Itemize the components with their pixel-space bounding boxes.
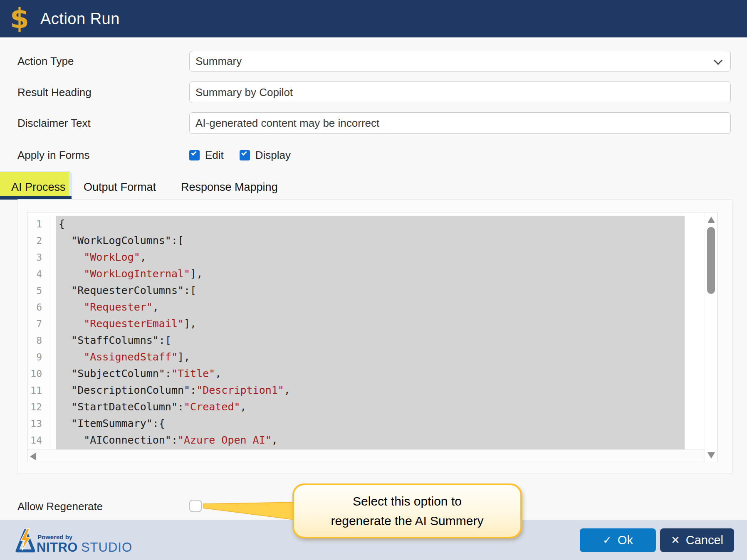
- action-type-label: Action Type: [17, 51, 74, 72]
- code-line: "StartDateColumn":"Created",: [59, 399, 290, 415]
- display-checkbox[interactable]: [240, 150, 250, 160]
- code-line: "ItemSummary":{: [59, 415, 290, 432]
- allow-regenerate-label: Allow Regenerate: [17, 499, 103, 514]
- code-lines[interactable]: { "WorkLogColumns":[ "WorkLog", "WorkLog…: [59, 216, 290, 449]
- callout-text-line2: regenerate the AI Summery: [294, 511, 520, 530]
- dialog-header: $ Action Run: [0, 0, 747, 37]
- allow-regenerate-checkbox[interactable]: [189, 500, 202, 512]
- checkmark-icon: [191, 150, 196, 155]
- vertical-scrollbar-thumb[interactable]: [707, 227, 715, 294]
- code-line: "WorkLog",: [59, 249, 290, 266]
- action-type-select[interactable]: Summary: [189, 51, 731, 72]
- x-icon: ✕: [671, 534, 680, 547]
- action-run-dialog: $ Action Run Action Type Summary Result …: [0, 0, 747, 560]
- code-line: "AIConnection":"Azure Open AI",: [59, 432, 290, 449]
- code-line: "DescriptionColumn":"Description1",: [59, 382, 290, 399]
- code-string-token: "WorkLog": [84, 251, 140, 263]
- horizontal-scrollbar[interactable]: [27, 449, 705, 462]
- line-number: 10: [27, 365, 50, 382]
- brand-nitro: NITRO: [37, 540, 78, 555]
- apply-in-forms-options: Edit Display: [189, 148, 291, 163]
- tab-response-mapping[interactable]: Response Mapping: [181, 180, 278, 195]
- line-number: 14: [27, 432, 50, 449]
- code-token: ],: [178, 351, 190, 363]
- vertical-scrollbar[interactable]: [705, 212, 717, 462]
- scroll-down-icon[interactable]: [707, 452, 715, 459]
- editor-gutter: 1234567891011121314: [27, 216, 50, 449]
- line-number: 3: [27, 249, 50, 266]
- code-string-token: "AssignedStaff": [84, 351, 178, 363]
- callout-text-line1: Select this option to: [294, 491, 520, 511]
- dialog-title: Action Run: [40, 0, 120, 37]
- code-string-token: "Azure Open AI": [178, 434, 272, 446]
- code-token: "StaffColumns":[: [59, 334, 171, 346]
- code-token: "AIConnection":: [59, 434, 178, 446]
- code-token: "RequesterColumns":[: [59, 284, 196, 296]
- code-string-token: "Requester": [84, 301, 153, 313]
- code-token: [59, 301, 84, 313]
- display-checkbox-label: Display: [255, 149, 291, 162]
- code-token: [59, 351, 84, 363]
- result-heading-label: Result Heading: [17, 81, 92, 103]
- line-number: 5: [27, 282, 50, 299]
- code-token: ,: [215, 368, 221, 380]
- tab-output-format[interactable]: Output Format: [84, 180, 156, 195]
- scroll-left-icon[interactable]: [30, 453, 36, 460]
- code-string-token: "Created": [184, 401, 240, 413]
- edit-checkbox[interactable]: [189, 150, 200, 160]
- code-token: ],: [184, 318, 196, 330]
- dollar-icon: $: [10, 2, 29, 35]
- scroll-up-icon[interactable]: [707, 217, 715, 223]
- code-token: [59, 268, 84, 280]
- line-number: 9: [27, 349, 50, 365]
- line-number: 6: [27, 299, 50, 316]
- disclaimer-text-label: Disclaimer Text: [17, 112, 91, 134]
- code-token: ,: [272, 434, 278, 446]
- tab-ai-process[interactable]: AI Process: [11, 180, 66, 195]
- code-token: ,: [140, 251, 146, 263]
- apply-in-forms-label: Apply in Forms: [17, 148, 89, 163]
- code-token: "ItemSummary":{: [59, 417, 165, 429]
- cancel-button-label: Cancel: [686, 533, 723, 547]
- code-line: "RequesterColumns":[: [59, 282, 290, 299]
- edit-checkbox-label: Edit: [205, 149, 224, 162]
- code-token: ,: [240, 401, 247, 413]
- result-heading-value: Summary by Copilot: [195, 86, 293, 99]
- code-string-token: "Title": [171, 368, 215, 380]
- callout-annotation: Select this option to regenerate the AI …: [292, 484, 522, 538]
- line-number: 11: [27, 382, 50, 399]
- line-number: 8: [27, 332, 50, 349]
- line-number: 4: [27, 266, 50, 282]
- code-line: "WorkLogInternal"],: [59, 266, 290, 282]
- action-type-value: Summary: [195, 55, 242, 68]
- code-token: ,: [284, 384, 290, 396]
- line-number: 1: [27, 216, 50, 232]
- code-line: "RequesterEmail"],: [59, 316, 290, 332]
- cancel-button[interactable]: ✕ Cancel: [660, 528, 734, 552]
- code-token: "DescriptionColumn":: [59, 384, 196, 396]
- code-line: "Requester",: [59, 299, 290, 316]
- disclaimer-text-input[interactable]: AI-generated content may be incorrect: [189, 112, 731, 134]
- line-number: 7: [27, 316, 50, 332]
- nitro-studio-wordmark: NITROSTUDIO: [37, 540, 132, 555]
- code-token: "StartDateColumn":: [59, 401, 184, 413]
- code-line: "AssignedStaff"],: [59, 349, 290, 365]
- json-code-editor[interactable]: 1234567891011121314 { "WorkLogColumns":[…: [27, 212, 718, 462]
- line-number: 12: [27, 399, 50, 415]
- code-token: [59, 318, 84, 330]
- code-string-token: "WorkLogInternal": [84, 268, 190, 280]
- powered-by-text: Powered by: [37, 533, 72, 540]
- code-line: "StaffColumns":[: [59, 332, 290, 349]
- code-token: "WorkLogColumns":[: [59, 234, 184, 247]
- line-number: 13: [27, 415, 50, 432]
- code-line: "WorkLogColumns":[: [59, 232, 290, 249]
- code-token: "SubjectColumn":: [59, 368, 171, 380]
- ok-button-label: Ok: [618, 533, 633, 547]
- code-line: "SubjectColumn":"Title",: [59, 365, 290, 382]
- code-line: {: [59, 216, 290, 232]
- code-token: {: [59, 218, 65, 230]
- result-heading-input[interactable]: Summary by Copilot: [189, 81, 731, 103]
- check-icon: ✓: [603, 534, 612, 547]
- line-number: 2: [27, 232, 50, 249]
- ok-button[interactable]: ✓ Ok: [580, 528, 656, 552]
